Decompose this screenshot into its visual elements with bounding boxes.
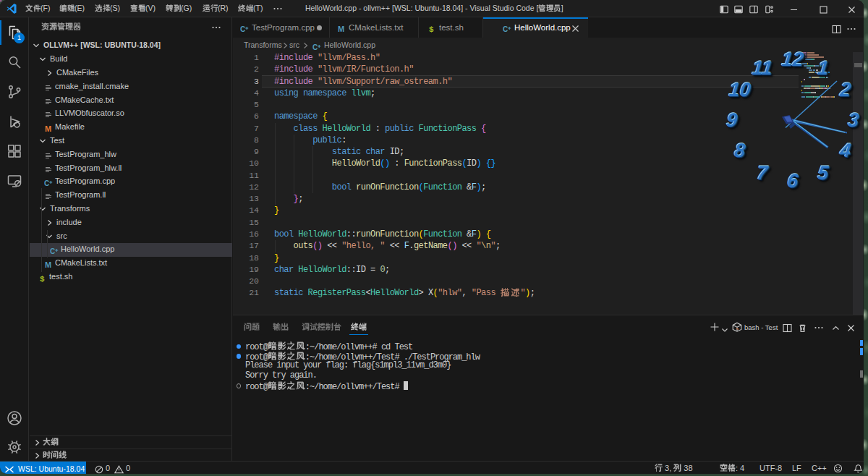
svg-text:M: M: [338, 25, 344, 33]
svg-text:$: $: [429, 25, 434, 33]
svg-text:C: C: [44, 179, 49, 187]
svg-text:M: M: [45, 260, 51, 269]
svg-text:C: C: [312, 43, 318, 51]
svg-text:C: C: [503, 25, 508, 33]
svg-text:C: C: [50, 247, 55, 255]
svg-text:$: $: [40, 275, 45, 283]
svg-text:C: C: [240, 25, 245, 33]
svg-text:M: M: [45, 124, 51, 133]
